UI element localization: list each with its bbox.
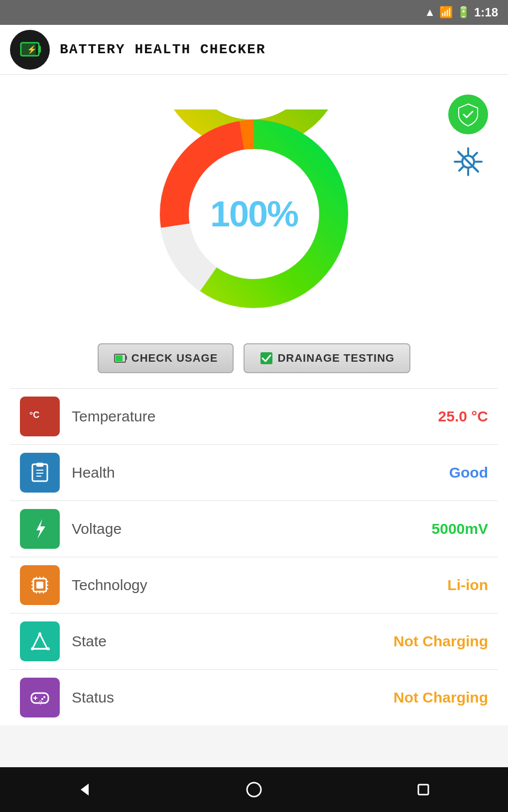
svg-text:?: ? bbox=[39, 700, 42, 707]
shield-button[interactable] bbox=[448, 95, 488, 134]
status-value: Not Charging bbox=[393, 689, 488, 706]
status-row: ? Status Not Charging bbox=[10, 669, 498, 725]
checkbox-icon bbox=[259, 351, 273, 365]
svg-rect-22 bbox=[126, 356, 127, 360]
voltage-row: Voltage 5000mV bbox=[10, 501, 498, 557]
battery-percentage: 100% bbox=[210, 194, 298, 234]
recent-apps-icon bbox=[413, 780, 433, 800]
svg-point-47 bbox=[31, 647, 34, 650]
drainage-testing-button[interactable]: DRAINAGE TESTING bbox=[244, 343, 410, 373]
status-icon: ? bbox=[27, 685, 52, 710]
time-display: 1:18 bbox=[474, 5, 498, 19]
app-title: BATTERY HEALTH CHECKER bbox=[60, 42, 266, 57]
svg-point-48 bbox=[47, 647, 50, 650]
main-content: 100% CHECK USAGE DRAINAGE TESTING bbox=[0, 75, 508, 725]
svg-text:⚡: ⚡ bbox=[27, 45, 37, 54]
battery-icon: 🔋 bbox=[457, 6, 470, 19]
temperature-value: 25.0 °C bbox=[438, 408, 488, 425]
home-icon bbox=[244, 780, 264, 800]
svg-line-11 bbox=[473, 153, 477, 157]
svg-rect-2 bbox=[39, 46, 41, 53]
shield-icon bbox=[456, 102, 481, 127]
svg-line-12 bbox=[459, 167, 463, 171]
app-logo: ⚡ bbox=[10, 30, 50, 70]
info-section: °C Temperature 25.0 °C Health Good bbox=[0, 388, 508, 725]
right-icons bbox=[448, 95, 488, 179]
temperature-row: °C Temperature 25.0 °C bbox=[10, 388, 498, 444]
svg-point-57 bbox=[247, 783, 261, 797]
temperature-icon: °C bbox=[27, 404, 52, 429]
svg-marker-45 bbox=[32, 634, 47, 649]
technology-row: Technology Li-ion bbox=[10, 557, 498, 613]
settings-button[interactable] bbox=[451, 144, 486, 179]
battery-small-icon bbox=[114, 351, 127, 365]
voltage-icon-bg bbox=[20, 509, 60, 549]
voltage-value: 5000mV bbox=[432, 520, 488, 537]
health-value: Good bbox=[449, 464, 488, 481]
health-row: Health Good bbox=[10, 444, 498, 501]
check-usage-label: CHECK USAGE bbox=[131, 352, 218, 365]
svg-marker-56 bbox=[81, 784, 89, 796]
health-label: Health bbox=[72, 464, 449, 481]
state-row: State Not Charging bbox=[10, 613, 498, 669]
recent-apps-button[interactable] bbox=[408, 775, 438, 805]
wifi-icon: ▲ bbox=[424, 6, 435, 19]
status-label: Status bbox=[72, 689, 393, 706]
voltage-label: Voltage bbox=[72, 520, 432, 537]
svg-point-49 bbox=[38, 632, 41, 635]
technology-icon-bg bbox=[20, 565, 60, 605]
status-bar: ▲ 📶 🔋 1:18 bbox=[0, 0, 508, 25]
back-button[interactable] bbox=[70, 775, 100, 805]
battery-logo-icon: ⚡ bbox=[16, 36, 44, 64]
app-header: ⚡ BATTERY HEALTH CHECKER bbox=[0, 25, 508, 75]
state-icon-bg bbox=[20, 621, 60, 661]
svg-marker-30 bbox=[36, 519, 45, 539]
check-usage-button[interactable]: CHECK USAGE bbox=[98, 343, 234, 373]
battery-donut-chart: 100% bbox=[149, 109, 359, 318]
health-icon bbox=[27, 460, 52, 485]
health-icon-bg bbox=[20, 453, 60, 493]
signal-icon: 📶 bbox=[439, 6, 453, 19]
svg-point-53 bbox=[43, 696, 45, 698]
svg-rect-21 bbox=[116, 355, 123, 361]
svg-text:°C: °C bbox=[29, 410, 39, 420]
status-icon-bg: ? bbox=[20, 678, 60, 717]
state-icon bbox=[27, 629, 52, 654]
home-button[interactable] bbox=[239, 775, 269, 805]
temperature-icon-bg: °C bbox=[20, 397, 60, 436]
temperature-label: Temperature bbox=[72, 408, 438, 425]
technology-icon bbox=[27, 573, 52, 598]
settings-icon bbox=[451, 144, 486, 179]
back-icon bbox=[75, 780, 95, 800]
svg-rect-58 bbox=[418, 785, 428, 795]
state-value: Not Charging bbox=[393, 633, 488, 650]
state-label: State bbox=[72, 633, 393, 650]
buttons-row: CHECK USAGE DRAINAGE TESTING bbox=[98, 343, 410, 373]
technology-value: Li-ion bbox=[447, 577, 488, 594]
chart-area: 100% bbox=[0, 90, 508, 338]
drainage-testing-label: DRAINAGE TESTING bbox=[277, 352, 394, 365]
svg-rect-26 bbox=[36, 463, 43, 467]
bottom-nav-bar bbox=[0, 767, 508, 812]
technology-label: Technology bbox=[72, 577, 447, 594]
svg-rect-32 bbox=[36, 582, 43, 589]
voltage-icon bbox=[27, 516, 52, 541]
